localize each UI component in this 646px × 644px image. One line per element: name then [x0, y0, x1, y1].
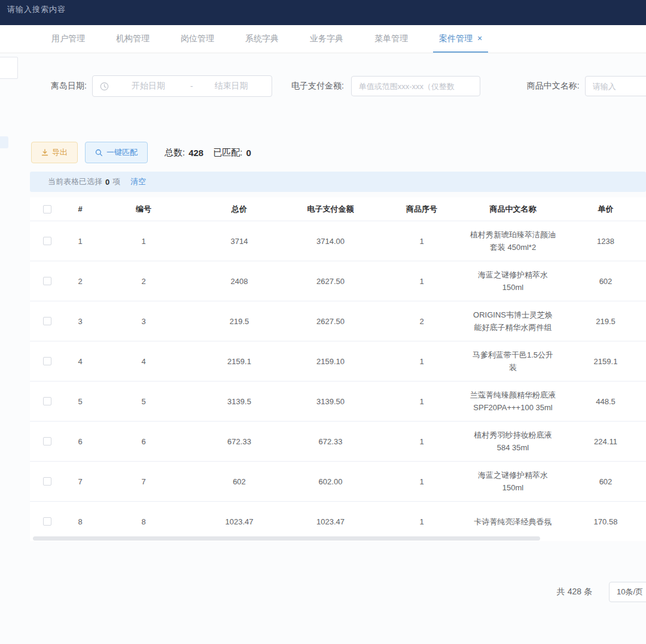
column-header: # [65, 197, 96, 221]
row-checkbox[interactable] [43, 357, 51, 365]
clock-icon [100, 82, 109, 91]
date-start-placeholder[interactable]: 开始日期 [132, 81, 165, 91]
tab-label: 用户管理 [51, 33, 85, 43]
pagination-bar: 共 428 条 10条/页 [0, 582, 646, 602]
row-checkbox-cell [30, 341, 65, 381]
payment-amount-input[interactable] [351, 76, 480, 96]
table-row: 66672.33672.331植村秀羽纱持妆粉底液 584 35ml224.11 [30, 422, 646, 462]
column-header: 商品序号 [374, 197, 470, 221]
cell-price: 448.5 [556, 381, 646, 421]
export-button[interactable]: 导出 [31, 142, 78, 163]
tab-1[interactable]: 用户管理 [36, 25, 100, 53]
cell-seq: 1 [374, 341, 470, 381]
cell-total: 2408 [191, 261, 287, 301]
header-checkbox-cell [30, 197, 65, 221]
selection-count: 0 [105, 178, 109, 187]
cell-code: 4 [96, 341, 191, 381]
row-checkbox[interactable] [43, 277, 51, 285]
tab-label: 岗位管理 [181, 33, 214, 43]
cell-total: 1023.47 [191, 502, 287, 541]
table-row: 33219.52627.502ORIGINS韦博士灵芝焕能好底子精华水两件组21… [30, 301, 646, 341]
selection-prefix: 当前表格已选择 [48, 176, 102, 187]
cell-payment: 2159.10 [287, 341, 374, 381]
cell-seq: 1 [374, 221, 470, 261]
cell-seq: 1 [374, 462, 470, 501]
tab-2[interactable]: 机构管理 [100, 25, 165, 53]
payment-filter-label: 电子支付金额: [291, 81, 344, 91]
cell-price: 170.58 [556, 502, 646, 541]
match-stats: 总数: 428 已匹配: 0 [164, 147, 251, 158]
left-edge-artifact [0, 136, 8, 148]
clear-selection-link[interactable]: 清空 [130, 176, 146, 187]
cell-name: 植村秀新琥珀臻萃洁颜油套装 450ml*2 [470, 221, 556, 261]
global-search-input[interactable]: 请输入搜索内容 [7, 4, 66, 15]
row-checkbox-cell [30, 261, 65, 301]
cell-num: 6 [65, 422, 96, 461]
cell-total: 3714 [191, 221, 287, 261]
match-button-label: 一键匹配 [106, 147, 138, 158]
cell-payment: 2627.50 [287, 301, 374, 341]
row-checkbox[interactable] [43, 477, 51, 486]
page-size-value: 10条/页 [617, 587, 643, 597]
cell-payment: 2627.50 [287, 261, 374, 301]
cell-price: 1238 [556, 221, 646, 261]
row-checkbox[interactable] [43, 237, 51, 245]
tab-7[interactable]: 案件管理× [423, 25, 498, 53]
tab-label: 机构管理 [116, 33, 150, 43]
table-header-row: #编号总价电子支付金额商品序号商品中文名称单价 [30, 197, 646, 221]
date-range-input[interactable]: 开始日期 - 结束日期 [92, 75, 272, 97]
cell-name: 马爹利蓝带干邑1.5公升装 [470, 341, 556, 381]
pagination-total: 共 428 条 [557, 587, 592, 597]
total-value: 428 [188, 148, 203, 158]
row-checkbox[interactable] [43, 517, 51, 526]
cell-price: 2159.1 [556, 341, 646, 381]
search-icon [95, 149, 103, 157]
row-checkbox[interactable] [43, 397, 51, 405]
cell-name: 兰蔻菁纯臻颜精华粉底液SPF20PA+++100 35ml [470, 381, 556, 421]
table-row: 553139.53139.501兰蔻菁纯臻颜精华粉底液SPF20PA+++100… [30, 381, 646, 422]
row-checkbox-cell [30, 301, 65, 341]
tab-3[interactable]: 岗位管理 [165, 25, 230, 53]
row-checkbox-cell [30, 462, 65, 501]
cell-num: 7 [65, 462, 96, 501]
data-table: #编号总价电子支付金额商品序号商品中文名称单价 1137143714.001植村… [30, 197, 646, 541]
tab-6[interactable]: 菜单管理 [359, 25, 423, 53]
product-name-filter-label: 商品中文名称: [527, 81, 580, 91]
cell-num: 8 [65, 502, 96, 541]
row-checkbox-cell [30, 221, 65, 261]
date-end-placeholder[interactable]: 结束日期 [215, 81, 248, 91]
column-header: 单价 [556, 197, 646, 221]
cell-num: 1 [65, 221, 96, 261]
toolbar: 导出 一键匹配 总数: 428 已匹配: 0 [31, 142, 251, 163]
cell-seq: 1 [374, 422, 470, 461]
tab-4[interactable]: 系统字典 [230, 25, 294, 53]
date-separator: - [190, 81, 193, 91]
selection-info-bar: 当前表格已选择 0 项 清空 [30, 172, 646, 192]
table-row: 1137143714.001植村秀新琥珀臻萃洁颜油套装 450ml*21238 [30, 221, 646, 261]
one-click-match-button[interactable]: 一键匹配 [85, 142, 148, 163]
cell-code: 7 [96, 462, 191, 501]
cell-price: 219.5 [556, 301, 646, 341]
matched-value: 0 [246, 148, 251, 158]
cell-name: 海蓝之谜修护精萃水 150ml [470, 462, 556, 501]
table-row: 881023.471023.471卡诗菁纯亮泽经典香氛170.58 [30, 502, 646, 541]
column-header: 商品中文名称 [470, 197, 556, 221]
cell-payment: 1023.47 [287, 502, 374, 541]
cell-num: 2 [65, 261, 96, 301]
row-checkbox[interactable] [43, 437, 51, 445]
cell-name: 植村秀羽纱持妆粉底液 584 35ml [470, 422, 556, 461]
product-name-input[interactable] [585, 76, 646, 96]
tab-5[interactable]: 业务字典 [294, 25, 359, 53]
select-all-checkbox[interactable] [43, 205, 51, 213]
export-button-label: 导出 [52, 147, 68, 158]
horizontal-scrollbar[interactable] [33, 536, 540, 541]
row-checkbox[interactable] [43, 317, 51, 325]
tab-label: 业务字典 [310, 33, 343, 43]
cell-price: 602 [556, 261, 646, 301]
cell-total: 3139.5 [191, 381, 287, 421]
page-size-select[interactable]: 10条/页 [609, 582, 646, 602]
cell-code: 3 [96, 301, 191, 341]
tab-close-icon[interactable]: × [477, 33, 482, 43]
tab-bar: 用户管理机构管理岗位管理系统字典业务字典菜单管理案件管理× [0, 25, 646, 53]
cell-code: 1 [96, 221, 191, 261]
